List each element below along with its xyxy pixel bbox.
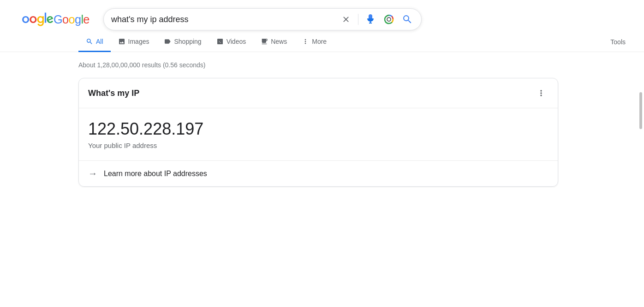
tab-all[interactable]: All (78, 32, 111, 52)
learn-more-text: Learn more about IP addresses (104, 170, 207, 178)
tab-images[interactable]: Images (111, 32, 157, 52)
close-icon (341, 15, 351, 24)
search-icon (86, 38, 93, 45)
tab-more[interactable]: More (294, 32, 334, 52)
tab-more-label: More (312, 38, 327, 45)
tab-videos[interactable]: Videos (209, 32, 254, 52)
search-icon (402, 14, 413, 25)
search-submit-button[interactable] (401, 13, 414, 26)
nav-tabs: All Images Shopping Videos News More Too… (0, 32, 644, 52)
ip-card-footer[interactable]: → Learn more about IP addresses (79, 161, 558, 186)
tab-all-label: All (96, 38, 103, 45)
tab-videos-label: Videos (227, 38, 246, 45)
ip-card-header: What's my IP (79, 78, 558, 108)
search-bar-wrapper: what's my ip address (103, 8, 422, 30)
header: Google what's my ip address (0, 0, 644, 30)
tab-shopping[interactable]: Shopping (156, 32, 209, 52)
google-logo[interactable]: Google (11, 12, 96, 27)
vertical-dots-icon (537, 89, 546, 98)
more-dots-icon (302, 38, 309, 45)
search-divider (358, 14, 358, 25)
svg-point-5 (387, 18, 391, 21)
play-icon (216, 38, 224, 45)
camera-icon (383, 14, 394, 25)
tab-news-label: News (271, 38, 287, 45)
ip-card: What's my IP 122.50.228.197 Your public … (78, 78, 558, 187)
ip-card-body: 122.50.228.197 Your public IP address (79, 108, 558, 161)
news-icon (261, 38, 268, 45)
tab-images-label: Images (128, 38, 149, 45)
tools-button[interactable]: Tools (603, 33, 633, 51)
search-input[interactable]: what's my ip address (111, 15, 336, 24)
tab-shopping-label: Shopping (174, 38, 201, 45)
more-options-button[interactable] (534, 86, 549, 100)
ip-card-title: What's my IP (88, 89, 139, 98)
tag-icon (164, 38, 171, 45)
results-area: About 1,28,00,00,000 results (0.56 secon… (0, 52, 644, 196)
arrow-right-icon: → (88, 168, 97, 179)
results-count: About 1,28,00,00,000 results (0.56 secon… (78, 61, 633, 69)
lens-button[interactable] (382, 13, 395, 26)
microphone-icon (365, 14, 376, 25)
scrollbar[interactable] (639, 92, 642, 129)
search-bar: what's my ip address (103, 8, 422, 30)
image-icon (118, 38, 125, 45)
ip-address: 122.50.228.197 (88, 119, 549, 139)
tab-news[interactable]: News (253, 32, 294, 52)
microphone-button[interactable] (364, 13, 377, 26)
svg-text:Google: Google (54, 13, 89, 26)
ip-label: Your public IP address (88, 142, 549, 149)
clear-button[interactable] (340, 13, 352, 26)
search-icons (340, 13, 414, 26)
